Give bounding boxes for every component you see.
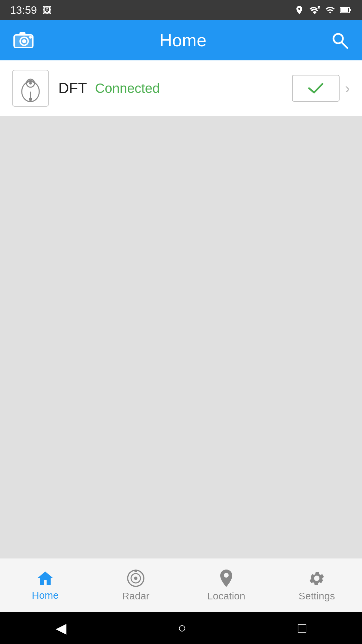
svg-point-16	[29, 98, 32, 101]
location-status-icon	[294, 5, 304, 15]
status-bar-right	[294, 5, 352, 15]
nav-label-location: Location	[207, 590, 245, 602]
camera-icon[interactable]	[12, 28, 36, 52]
back-button[interactable]: ◀	[56, 620, 66, 636]
device-info: DFT Connected	[58, 80, 283, 97]
nav-item-radar[interactable]: Radar	[90, 569, 181, 602]
wifi-status-icon	[309, 5, 320, 15]
svg-rect-8	[19, 32, 25, 36]
system-nav-bar: ◀ ○ □	[0, 612, 362, 644]
nav-label-settings: Settings	[299, 590, 335, 602]
nav-item-settings[interactable]: Settings	[272, 569, 362, 602]
app-bar: Home	[0, 20, 362, 60]
search-icon[interactable]	[330, 30, 350, 50]
recents-button[interactable]: □	[298, 620, 306, 636]
device-icon-box	[12, 70, 49, 107]
photo-status-icon: 🖼	[42, 5, 52, 16]
svg-point-7	[22, 39, 26, 43]
bottom-nav: Home Radar Location Set	[0, 558, 362, 612]
nav-item-home[interactable]: Home	[0, 570, 90, 601]
nav-item-location[interactable]: Location	[181, 569, 272, 602]
home-icon	[36, 570, 55, 587]
status-bar: 13:59 🖼	[0, 0, 362, 20]
svg-rect-3	[350, 9, 351, 11]
status-time: 13:59	[10, 4, 37, 16]
svg-line-11	[342, 42, 347, 48]
nav-label-radar: Radar	[122, 590, 149, 602]
device-actions: ›	[292, 75, 350, 102]
svg-point-20	[134, 570, 137, 572]
settings-icon	[307, 569, 326, 588]
checkmark-button[interactable]	[292, 75, 340, 102]
map-area	[0, 116, 362, 558]
svg-point-9	[29, 36, 32, 39]
chevron-right-icon[interactable]: ›	[345, 80, 350, 97]
location-icon	[219, 569, 234, 588]
svg-point-19	[134, 577, 137, 580]
home-button[interactable]: ○	[178, 620, 186, 636]
app-bar-title: Home	[160, 30, 207, 50]
status-bar-left: 13:59 🖼	[10, 4, 52, 16]
svg-point-14	[29, 82, 32, 85]
device-name: DFT	[58, 80, 87, 97]
svg-rect-4	[341, 8, 348, 12]
device-card: DFT Connected ›	[0, 60, 362, 116]
device-status: Connected	[95, 81, 160, 96]
radar-icon	[126, 569, 145, 588]
signal-status-icon	[325, 5, 335, 15]
battery-status-icon	[340, 6, 352, 14]
nav-label-home: Home	[32, 590, 59, 601]
